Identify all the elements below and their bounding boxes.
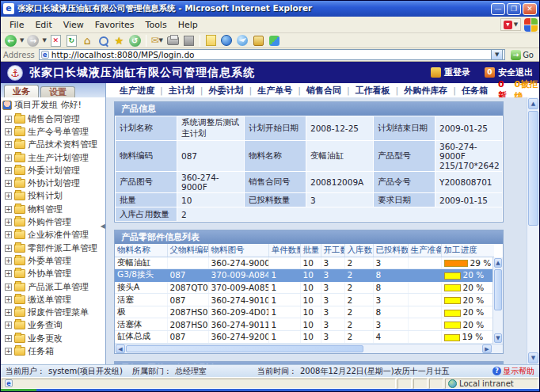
relogin-button[interactable]: 重登录 [431,67,470,78]
expand-icon[interactable]: + [5,167,12,174]
expand-icon[interactable]: + [5,257,12,265]
top-menu-item-2[interactable]: 外委计划 [203,85,249,97]
sidebar-item-5[interactable]: +外协计划管理 [2,177,105,189]
table-row[interactable]: G3/8接头087370-009-A084011032820 % [115,269,494,282]
forward-dropdown[interactable]: ▼ [42,37,46,44]
sidebar-item-7[interactable]: +物料管理 [2,203,105,215]
contacts-button[interactable] [268,34,281,48]
sidebar-item-16[interactable]: +业务查询 [2,319,105,332]
expand-icon[interactable]: + [5,348,12,355]
expand-icon[interactable]: + [5,128,12,135]
sidebar-item-0[interactable]: +销售合同管理 [2,112,105,125]
table-row[interactable]: 活塞087360-274-9010F11032320 % [115,294,494,306]
top-menu-item-4[interactable]: 销售合同 [301,85,347,97]
sidebar-item-15[interactable]: +报废件管理菜单 [2,306,105,318]
maximize-button[interactable]: ❐ [507,3,521,15]
logout-button[interactable]: 0 安全退出 [485,67,533,78]
menu-item-tools[interactable]: Tools [140,18,173,32]
sidebar-item-2[interactable]: +产品技术资料管理 [2,139,105,151]
column-header[interactable]: 单件数量 [268,244,300,257]
windows-taskbar[interactable] [1,389,539,392]
expand-icon[interactable]: + [5,180,12,187]
mail-button[interactable]: ✉▼ [150,34,164,48]
column-header[interactable]: 加工进度 [441,244,494,257]
sidebar-item-8[interactable]: +外购件管理 [2,215,105,228]
top-menu-item-0[interactable]: 生产进度 [114,85,160,97]
top-menu-item-3[interactable]: 生产单号 [252,85,298,97]
column-header[interactable]: 物料图号 [208,244,268,257]
column-header[interactable]: 物料名称 [115,244,167,257]
sidebar-collapse-icon[interactable]: ◀ [101,223,105,230]
search-button[interactable] [97,34,110,48]
stop-button[interactable]: ✕ [49,34,63,48]
scroll-up-icon[interactable]: ▲ [494,258,502,268]
menu-item-view[interactable]: View [58,18,89,32]
scroll-right-icon[interactable]: ▶ [482,344,492,353]
scroll-up-icon[interactable]: ▲ [528,98,538,109]
sidebar-item-4[interactable]: +外委计划管理 [2,164,105,177]
sidebar-item-9[interactable]: +企业标准件管理 [2,229,105,242]
address-input[interactable] [51,50,491,59]
back-dropdown[interactable]: ▼ [20,37,24,44]
address-dropdown[interactable]: ▼ [491,49,503,60]
expand-icon[interactable]: + [5,231,12,238]
sidebar-item-14[interactable]: +缴送单管理 [2,293,105,306]
top-menu-item-6[interactable]: 外购件库存 [398,85,453,97]
scroll-down-icon[interactable]: ▼ [528,352,538,363]
adobe-pdf-button[interactable]: ▼ [500,18,521,31]
menu-item-edit[interactable]: Edit [29,18,57,32]
menu-item-help[interactable]: Help [173,18,203,32]
column-header[interactable]: 父物料编码 [167,244,208,257]
parts-vscroll-thumb[interactable] [494,269,502,310]
tab-settings[interactable]: 设置 [40,86,75,97]
table-row[interactable]: 接头A2087QT002370-009-A085011032820 % [115,281,494,294]
top-menu-item-7[interactable]: 任务箱 [456,85,493,97]
sidebar-item-17[interactable]: +业务更改 [2,332,105,344]
menu-item-file[interactable]: File [4,18,29,32]
sidebar-item-13[interactable]: +产品派工单管理 [2,280,105,293]
parts-hscroll-thumb[interactable] [126,345,363,352]
expand-icon[interactable]: + [5,141,12,148]
expand-icon[interactable]: + [5,270,12,277]
refresh-button[interactable]: ↻ [65,34,78,48]
table-row[interactable]: 变幅油缸360-274-9000F1032329 % [115,257,494,269]
msn-button[interactable] [220,34,234,48]
top-menu-item-5[interactable]: 工作看板 [350,85,396,97]
expand-icon[interactable]: + [5,245,12,252]
home-button[interactable]: ⌂ [81,34,94,48]
discuss-button[interactable] [204,34,218,48]
scroll-left-icon[interactable]: ◀ [116,344,125,353]
expand-icon[interactable]: + [5,192,12,200]
go-button[interactable]: → Go [508,49,537,61]
expand-icon[interactable]: + [5,322,12,329]
edit-button[interactable] [182,34,196,48]
page-vertical-scrollbar[interactable]: ▲ ▼ [527,97,539,364]
research-button[interactable] [252,34,265,48]
column-header[interactable]: 入库数 [344,244,373,257]
page-vscroll-thumb[interactable] [528,111,538,226]
mail-dropdown[interactable]: ▼ [159,37,163,44]
print-button[interactable] [166,34,180,48]
favorites-button[interactable]: ★ [112,34,126,48]
parts-vertical-scrollbar[interactable]: ▲ ▼ [492,257,503,344]
history-button[interactable]: ↺ [128,34,142,48]
expand-icon[interactable]: + [5,219,12,226]
expand-icon[interactable]: + [5,309,12,316]
show-help-button[interactable]: ? 显示帮助 [492,366,534,377]
top-menu-item-1[interactable]: 主计划 [163,85,200,97]
sidebar-item-12[interactable]: +外协单管理 [2,268,105,280]
sidebar-item-10[interactable]: +零部件派工单管理 [2,242,105,254]
menu-item-favorites[interactable]: Favorites [89,18,140,32]
expand-icon[interactable]: + [5,154,12,162]
column-header[interactable]: 已投料数 [373,244,408,257]
parts-horizontal-scrollbar[interactable]: ◀ ▶ [115,344,503,353]
sidebar-item-6[interactable]: +投料计划 [2,190,105,203]
column-header[interactable]: 批量 [300,244,321,257]
close-button[interactable]: ✕ [523,3,537,15]
scroll-down-icon[interactable]: ▼ [494,333,502,343]
tab-business[interactable]: 业务 [4,85,39,97]
column-header[interactable]: 开工数 [321,244,344,257]
table-row[interactable]: 活塞体2087HS002360-274-9011W11032320 % [115,318,494,331]
expand-icon[interactable]: + [5,206,12,213]
expand-icon[interactable]: + [5,296,12,303]
